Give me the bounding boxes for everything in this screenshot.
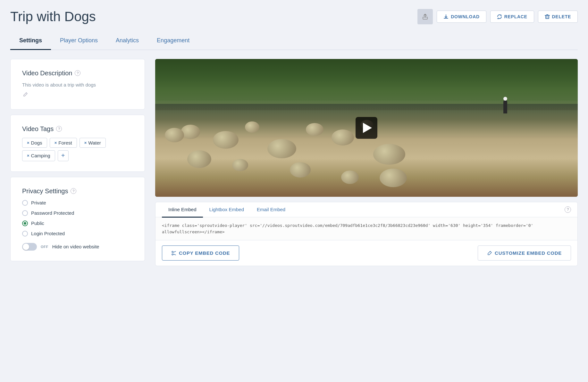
person-silhouette bbox=[503, 101, 507, 113]
toggle-knob bbox=[23, 244, 29, 250]
embed-tabs: Inline Embed Lightbox Embed Email Embed … bbox=[155, 202, 577, 218]
pencil-icon bbox=[23, 92, 28, 97]
share-icon-button[interactable] bbox=[417, 9, 433, 24]
right-panel: Inline Embed Lightbox Embed Email Embed … bbox=[155, 59, 578, 266]
tags-container: × Dogs × Forest × Water × Camping bbox=[22, 138, 133, 161]
customize-embed-button[interactable]: CUSTOMIZE EMBED CODE bbox=[478, 245, 571, 261]
video-tags-help-icon[interactable]: ? bbox=[56, 126, 62, 132]
privacy-settings-help-icon[interactable]: ? bbox=[71, 188, 76, 194]
video-description-title: Video Description ? bbox=[22, 70, 133, 77]
copy-embed-button[interactable]: COPY EMBED CODE bbox=[162, 245, 239, 261]
tab-player-options[interactable]: Player Options bbox=[51, 32, 107, 50]
rock bbox=[380, 169, 407, 187]
video-tags-title: Video Tags ? bbox=[22, 125, 133, 133]
tabs-bar: Settings Player Options Analytics Engage… bbox=[10, 32, 578, 50]
tag-dogs[interactable]: × Dogs bbox=[22, 138, 47, 148]
play-triangle-icon bbox=[363, 123, 372, 133]
download-icon bbox=[443, 14, 449, 19]
radio-public-circle bbox=[22, 220, 28, 226]
tab-engagement[interactable]: Engagement bbox=[148, 32, 198, 50]
top-header: Trip with Dogs DOWNLOAD bbox=[10, 9, 578, 24]
main-content: Video Description ? This video is about … bbox=[10, 59, 578, 266]
radio-login-protected[interactable]: Login Protected bbox=[22, 231, 133, 237]
hide-on-website-toggle[interactable] bbox=[22, 243, 37, 251]
radio-login-circle bbox=[22, 231, 28, 237]
video-player[interactable] bbox=[155, 59, 578, 197]
video-tags-card: Video Tags ? × Dogs × Forest × Water bbox=[10, 115, 145, 172]
rock bbox=[290, 162, 311, 178]
embed-actions: ➜ COPY EMBED CODE CU bbox=[155, 240, 577, 266]
radio-password-circle bbox=[22, 210, 28, 216]
rock bbox=[267, 139, 296, 158]
rock bbox=[232, 159, 248, 171]
embed-tab-email[interactable]: Email Embed bbox=[250, 202, 292, 218]
privacy-radio-group: Private Password Protected Public Login … bbox=[22, 200, 133, 237]
rock bbox=[245, 121, 259, 133]
delete-button[interactable]: DELETE bbox=[538, 11, 578, 23]
radio-public[interactable]: Public bbox=[22, 220, 133, 226]
trash-icon bbox=[545, 14, 550, 19]
radio-private[interactable]: Private bbox=[22, 200, 133, 206]
embed-section: Inline Embed Lightbox Embed Email Embed … bbox=[155, 202, 578, 266]
tag-forest[interactable]: × Forest bbox=[50, 138, 77, 148]
toggle-off-label: OFF bbox=[41, 245, 48, 249]
rock bbox=[341, 170, 359, 184]
download-button[interactable]: DOWNLOAD bbox=[437, 11, 486, 23]
tag-camping[interactable]: × Camping bbox=[22, 150, 55, 161]
rock bbox=[213, 131, 239, 149]
page-title: Trip with Dogs bbox=[10, 9, 96, 24]
add-tag-button[interactable]: + bbox=[58, 150, 69, 161]
privacy-settings-title: Privacy Settings ? bbox=[22, 187, 133, 195]
replace-icon bbox=[497, 14, 502, 19]
embed-tab-inline[interactable]: Inline Embed bbox=[162, 202, 203, 218]
share-icon bbox=[422, 13, 428, 20]
video-description-text: This video is about a trip with dogs bbox=[22, 82, 133, 87]
video-description-card: Video Description ? This video is about … bbox=[10, 59, 145, 110]
left-panel: Video Description ? This video is about … bbox=[10, 59, 145, 266]
rock bbox=[332, 129, 354, 145]
privacy-settings-card: Privacy Settings ? Private Password Prot… bbox=[10, 177, 145, 261]
rock bbox=[165, 128, 184, 142]
edit-description-button[interactable] bbox=[22, 91, 29, 99]
tab-analytics[interactable]: Analytics bbox=[107, 32, 148, 50]
toggle-text: Hide on video website bbox=[52, 244, 99, 249]
replace-button[interactable]: REPLACE bbox=[490, 11, 534, 23]
header-actions: DOWNLOAD REPLACE DELETE bbox=[417, 9, 578, 24]
rock bbox=[306, 123, 323, 136]
edit-icon bbox=[487, 251, 492, 256]
tag-water[interactable]: × Water bbox=[80, 138, 106, 148]
rock bbox=[187, 150, 211, 168]
radio-private-circle bbox=[22, 200, 28, 206]
embed-tab-lightbox[interactable]: Lightbox Embed bbox=[203, 202, 250, 218]
scissors-icon bbox=[171, 251, 176, 256]
toggle-row: OFF Hide on video website bbox=[22, 243, 133, 251]
rock bbox=[373, 144, 405, 165]
embed-help-icon[interactable]: ? bbox=[565, 206, 571, 213]
radio-password-protected[interactable]: Password Protected bbox=[22, 210, 133, 216]
video-description-help-icon[interactable]: ? bbox=[75, 70, 80, 76]
embed-code-box[interactable]: <iframe class='sproutvideo-player' src='… bbox=[155, 217, 577, 240]
play-button[interactable] bbox=[356, 117, 377, 139]
forest-top bbox=[155, 59, 578, 104]
svg-rect-1 bbox=[546, 15, 549, 19]
tab-settings[interactable]: Settings bbox=[10, 32, 51, 50]
